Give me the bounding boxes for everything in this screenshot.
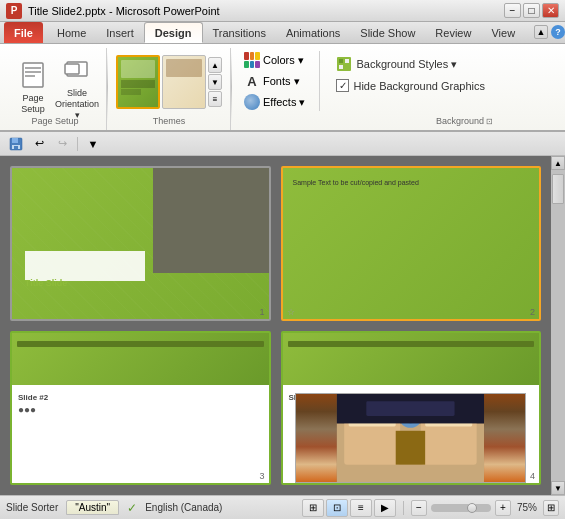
status-bar: Slide Sorter "Austin" ✓ English (Canada)… <box>0 495 565 519</box>
svg-rect-8 <box>345 59 349 63</box>
tab-review[interactable]: Review <box>425 22 481 43</box>
svg-rect-9 <box>339 65 343 69</box>
svg-rect-1 <box>25 67 41 69</box>
zoom-out-button[interactable]: − <box>411 500 427 516</box>
checkbox-indicator: ✓ <box>336 79 349 92</box>
slide-thumbnail-2[interactable]: Sample Text to be cut/copied and pasted … <box>281 166 542 321</box>
vertical-scrollbar: ▲ ▼ <box>551 156 565 495</box>
page-setup-group-label: Page Setup <box>4 116 106 126</box>
tab-animations[interactable]: Animations <box>276 22 350 43</box>
status-left: Slide Sorter "Austin" ✓ English (Canada) <box>6 500 222 515</box>
view-mode-buttons: ⊞ ⊡ ≡ ▶ <box>302 499 396 517</box>
ribbon-tabs: File Home Insert Design Transitions Anim… <box>0 22 565 44</box>
slide-orientation-icon <box>61 54 93 86</box>
theme-preview-2[interactable] <box>162 55 206 109</box>
effects-icon <box>244 94 260 110</box>
slide4-image <box>295 393 526 483</box>
theme-scroll-up[interactable]: ▲ <box>208 57 222 73</box>
colors-label: Colors ▾ <box>263 54 304 67</box>
scroll-up-button[interactable]: ▲ <box>551 156 565 170</box>
slide-number-1: 1 <box>259 307 264 317</box>
scroll-down-button[interactable]: ▼ <box>551 481 565 495</box>
background-options: Background Styles ▾ ✓ Hide Background Gr… <box>330 54 490 108</box>
themes-group-label: Themes <box>108 116 230 126</box>
slide-sorter-area: Title Slide 1 Sample Text to be cut/copi… <box>0 156 551 495</box>
effects-label: Effects ▾ <box>263 96 305 109</box>
reading-view-button[interactable]: ≡ <box>350 499 372 517</box>
fonts-button[interactable]: A Fonts ▾ <box>240 71 309 91</box>
austin-tab[interactable]: "Austin" <box>66 500 119 515</box>
ribbon-collapse-btn[interactable]: ▲ <box>534 25 548 39</box>
background-styles-button[interactable]: Background Styles ▾ <box>330 54 490 74</box>
slide3-dots: ●●● <box>18 404 263 415</box>
fit-window-controls: ⊞ <box>543 500 559 516</box>
effects-button[interactable]: Effects ▾ <box>240 92 309 112</box>
svg-rect-18 <box>421 420 477 464</box>
background-expander-icon: ⊡ <box>486 117 493 126</box>
window-controls: − □ ✕ <box>504 3 559 18</box>
svg-rect-17 <box>345 420 401 464</box>
minimize-button[interactable]: − <box>504 3 521 18</box>
ribbon-body: PageSetup SlideOrientation ▾ Page Setup <box>0 44 565 132</box>
slide-thumbnail-3[interactable]: Slide #2 ●●● 3 <box>10 331 271 486</box>
scroll-track[interactable] <box>551 170 565 481</box>
ribbon-group-themes: ▲ ▼ ≡ Themes <box>108 48 231 130</box>
tab-design[interactable]: Design <box>144 22 203 43</box>
tab-file[interactable]: File <box>4 22 43 43</box>
slide1-title: Title Slide <box>25 278 67 288</box>
slide-sorter-button[interactable]: ⊡ <box>326 499 348 517</box>
svg-rect-5 <box>65 64 79 74</box>
slide2-star: ☆ <box>287 307 295 317</box>
colors-button[interactable]: Colors ▾ <box>240 50 309 70</box>
theme-scroll: ▲ ▼ ≡ <box>208 57 222 107</box>
slide-thumbnail-4[interactable]: Slide #3 <box>281 331 542 486</box>
background-styles-icon <box>336 56 352 72</box>
zoom-in-button[interactable]: + <box>495 500 511 516</box>
page-setup-label: PageSetup <box>21 93 45 115</box>
slideshow-view-button[interactable]: ▶ <box>374 499 396 517</box>
main-area: Title Slide 1 Sample Text to be cut/copi… <box>0 156 565 495</box>
theme-preview-1[interactable] <box>116 55 160 109</box>
slide3-title: Slide #2 <box>18 393 263 402</box>
tab-view[interactable]: View <box>481 22 525 43</box>
theme-scroll-down[interactable]: ▼ <box>208 74 222 90</box>
slide-thumbnail-1[interactable]: Title Slide 1 <box>10 166 271 321</box>
app-icon: P <box>6 3 22 19</box>
page-setup-button[interactable]: PageSetup <box>12 55 54 119</box>
svg-rect-14 <box>14 146 18 149</box>
fit-window-button[interactable]: ⊞ <box>543 500 559 516</box>
fonts-icon: A <box>244 73 260 89</box>
title-bar-text: Title Slide2.pptx - Microsoft PowerPoint <box>28 5 220 17</box>
normal-view-button[interactable]: ⊞ <box>302 499 324 517</box>
zoom-slider[interactable] <box>431 504 491 512</box>
tab-home[interactable]: Home <box>47 22 96 43</box>
title-bar: P Title Slide2.pptx - Microsoft PowerPoi… <box>0 0 565 22</box>
status-divider <box>403 501 404 515</box>
background-group-label: Background <box>436 116 484 126</box>
language-label: English (Canada) <box>145 502 222 513</box>
slide-number-4: 4 <box>530 471 535 481</box>
close-button[interactable]: ✕ <box>542 3 559 18</box>
svg-rect-26 <box>367 401 455 416</box>
ribbon-group-page-setup: PageSetup SlideOrientation ▾ Page Setup <box>4 48 107 130</box>
fonts-label: Fonts ▾ <box>263 75 300 88</box>
page-setup-icon <box>17 59 49 91</box>
view-mode-label: Slide Sorter <box>6 502 58 513</box>
maximize-button[interactable]: □ <box>523 3 540 18</box>
help-button[interactable]: ? <box>551 25 565 39</box>
slide-orientation-button[interactable]: SlideOrientation ▾ <box>56 50 98 124</box>
hide-background-label: Hide Background Graphics <box>353 80 484 92</box>
slide-number-2: 2 <box>530 307 535 317</box>
zoom-thumb[interactable] <box>467 503 477 513</box>
tab-transitions[interactable]: Transitions <box>203 22 276 43</box>
scroll-thumb[interactable] <box>552 174 564 204</box>
svg-rect-2 <box>25 71 41 73</box>
tab-insert[interactable]: Insert <box>96 22 144 43</box>
svg-rect-3 <box>25 75 35 77</box>
background-expander[interactable]: Background ⊡ <box>436 116 493 126</box>
tab-slideshow[interactable]: Slide Show <box>350 22 425 43</box>
ribbon-group-background: Colors ▾ A Fonts ▾ Effects ▾ <box>232 48 499 130</box>
status-right: ⊞ ⊡ ≡ ▶ − + 75% ⊞ <box>302 499 559 517</box>
hide-background-graphics-checkbox[interactable]: ✓ Hide Background Graphics <box>330 77 490 94</box>
theme-scroll-more[interactable]: ≡ <box>208 91 222 107</box>
